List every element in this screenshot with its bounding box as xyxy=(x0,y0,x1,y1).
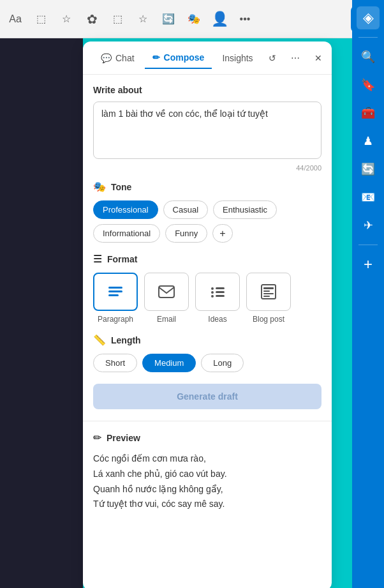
plane-sidebar-icon[interactable]: ✈ xyxy=(357,214,380,237)
tone-label: Tone xyxy=(111,182,131,192)
svg-rect-14 xyxy=(263,296,270,297)
char-count: 44/2000 xyxy=(93,164,321,172)
format-label: Format xyxy=(107,254,137,264)
compose-panel: 💬 Chat ✏ Compose Insights ↺ ⋯ ✕ Write ab… xyxy=(83,41,332,588)
format-blog[interactable]: Blog post xyxy=(246,273,291,324)
write-about-label: Write about xyxy=(93,85,321,95)
tab-chat[interactable]: 💬 Chat xyxy=(93,48,142,68)
preview-icon: ✏ xyxy=(93,432,101,444)
paragraph-label: Paragraph xyxy=(98,315,133,324)
copilot-sidebar-icon[interactable]: ◈ xyxy=(357,6,380,29)
add-sidebar-icon[interactable]: + xyxy=(357,253,380,276)
length-section: 📏 Length xyxy=(93,334,321,346)
tone-icon: 🎭 xyxy=(93,181,106,193)
section-divider xyxy=(83,421,332,421)
email-icon-box xyxy=(144,273,189,311)
collections-icon[interactable]: ☆ xyxy=(134,10,152,28)
font-icon[interactable]: Aa xyxy=(6,10,24,28)
svg-rect-11 xyxy=(263,287,274,289)
tone-casual[interactable]: Casual xyxy=(163,200,208,219)
format-section: ☰ Format xyxy=(93,253,321,265)
media-icon[interactable]: 🎭 xyxy=(185,10,203,28)
refresh-icon[interactable]: 🔄 xyxy=(159,10,177,28)
more-options-button[interactable]: ⋯ xyxy=(286,49,304,67)
length-short[interactable]: Short xyxy=(93,354,137,372)
more-icon[interactable]: ••• xyxy=(236,10,254,28)
panel-header: 💬 Chat ✏ Compose Insights ↺ ⋯ ✕ xyxy=(83,41,332,75)
tone-enthusiastic[interactable]: Enthusiastic xyxy=(213,200,277,219)
favorites-icon[interactable]: ☆ xyxy=(57,10,75,28)
email-label: Email xyxy=(157,315,176,324)
length-buttons: Short Medium Long xyxy=(93,354,321,372)
svg-point-4 xyxy=(211,287,214,290)
header-actions: ↺ ⋯ ✕ xyxy=(263,49,327,67)
preview-label: Preview xyxy=(107,433,140,443)
chat-icon: 💬 xyxy=(101,53,112,63)
blog-icon-box xyxy=(246,273,291,311)
format-icon: ☰ xyxy=(93,253,102,265)
tab-compose[interactable]: ✏ Compose xyxy=(145,47,212,69)
browser-bar: Aa ⬚ ☆ ✿ ⬚ ☆ 🔄 🎭 👤 ••• ◈ xyxy=(0,0,384,38)
length-medium[interactable]: Medium xyxy=(142,354,196,372)
preview-section: ✏ Preview xyxy=(93,432,321,444)
chess-sidebar-icon[interactable]: ♟ xyxy=(357,130,380,153)
tone-informational[interactable]: Informational xyxy=(93,224,160,243)
format-options: Paragraph Email xyxy=(93,273,321,324)
format-ideas[interactable]: Ideas xyxy=(195,273,240,324)
search-sidebar-icon[interactable]: 🔍 xyxy=(357,45,380,68)
svg-rect-0 xyxy=(108,287,122,289)
bookmark-sidebar-icon[interactable]: 🔖 xyxy=(357,73,380,96)
extension-icon[interactable]: ✿ xyxy=(83,10,101,28)
paragraph-icon-box xyxy=(93,273,138,311)
svg-rect-9 xyxy=(216,295,225,297)
tone-section: 🎭 Tone xyxy=(93,181,321,193)
generate-draft-button[interactable]: Generate draft xyxy=(93,384,321,409)
tone-buttons: Professional Casual Enthusiastic Informa… xyxy=(93,200,321,243)
outlook-sidebar-icon[interactable]: 📧 xyxy=(357,186,380,209)
sync-sidebar-icon[interactable]: 🔄 xyxy=(357,158,380,181)
avatar-icon[interactable]: 👤 xyxy=(210,10,228,28)
length-long[interactable]: Long xyxy=(201,354,244,372)
sidebar-separator-2 xyxy=(358,245,378,245)
length-icon: 📏 xyxy=(93,334,106,346)
svg-rect-3 xyxy=(159,286,174,298)
svg-rect-5 xyxy=(216,287,225,289)
panel-content: Write about làm 1 bài thơ về con cóc, th… xyxy=(83,75,332,588)
compose-icon: ✏ xyxy=(152,52,160,63)
close-button[interactable]: ✕ xyxy=(309,49,327,67)
reader-icon[interactable]: ⬚ xyxy=(32,10,50,28)
svg-rect-2 xyxy=(108,294,119,296)
ideas-label: Ideas xyxy=(208,315,226,324)
tone-funny[interactable]: Funny xyxy=(165,224,207,243)
split-icon[interactable]: ⬚ xyxy=(108,10,126,28)
svg-rect-13 xyxy=(263,293,274,294)
tone-add-button[interactable]: + xyxy=(212,224,232,243)
refresh-button[interactable]: ↺ xyxy=(263,49,281,67)
write-about-input[interactable]: làm 1 bài thơ về con cóc, thể loại tứ tu… xyxy=(93,102,321,159)
tone-professional[interactable]: Professional xyxy=(93,200,158,219)
svg-point-8 xyxy=(211,295,214,298)
format-email[interactable]: Email xyxy=(144,273,189,324)
ideas-icon-box xyxy=(195,273,240,311)
right-sidebar: ◈ 🔍 🔖 🧰 ♟ 🔄 📧 ✈ + xyxy=(352,0,384,588)
blog-label: Blog post xyxy=(253,315,284,324)
tab-insights[interactable]: Insights xyxy=(214,48,260,68)
preview-text: Cóc ngồi đếm cơn mưa rào, Lá xanh che ph… xyxy=(93,451,321,512)
sidebar-separator-1 xyxy=(358,37,378,38)
svg-rect-1 xyxy=(108,290,122,292)
svg-point-6 xyxy=(211,291,214,294)
left-sidebar xyxy=(0,38,83,588)
svg-rect-7 xyxy=(216,291,225,293)
length-label: Length xyxy=(111,335,141,345)
format-paragraph[interactable]: Paragraph xyxy=(93,273,138,324)
tools-sidebar-icon[interactable]: 🧰 xyxy=(357,102,380,124)
svg-rect-12 xyxy=(263,290,270,292)
